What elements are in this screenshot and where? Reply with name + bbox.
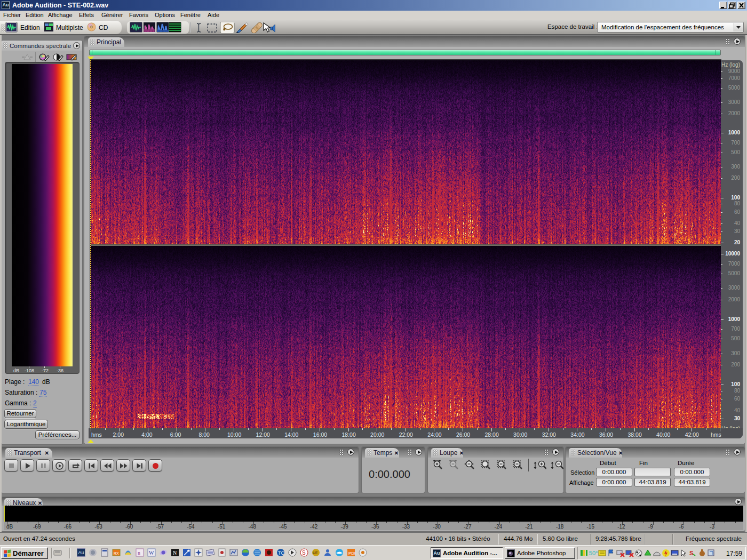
svg-text:PDF: PDF	[348, 551, 355, 556]
svg-text:50°: 50°	[589, 550, 598, 556]
svg-text:UE: UE	[313, 551, 318, 555]
svg-text:S: S	[302, 550, 306, 556]
svg-text:RX: RX	[114, 551, 119, 555]
svg-text:n: n	[138, 550, 140, 556]
svg-text:TC: TC	[278, 550, 284, 556]
svg-text:W: W	[149, 550, 154, 556]
svg-text:N: N	[173, 550, 177, 556]
svg-text:S: S	[689, 550, 693, 556]
svg-text:Au: Au	[78, 550, 84, 555]
